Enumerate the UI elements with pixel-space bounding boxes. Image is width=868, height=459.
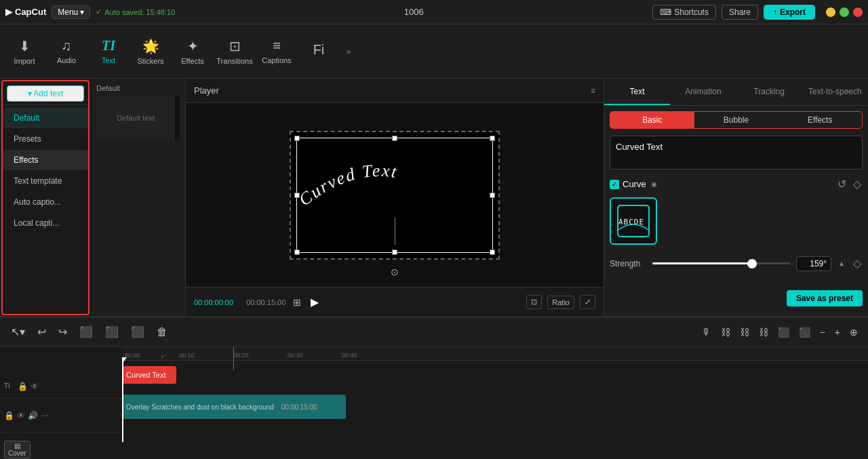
handle-bottom-left[interactable] [294,250,300,255]
sidebar-item-local-caption[interactable]: Local capti... [3,213,88,233]
cover-btn-inner: ▤ Cover [8,442,26,457]
tool-transitions[interactable]: ⊡ Transitions [214,28,255,75]
timeline: ↖▾ ↩ ↪ ⬛ ⬛ ⬛ 🗑 🎙 ⛓ ⛓ ⛓ ⬛ ⬛ − + ⊕ TI 🔒 👁 [0,317,868,459]
tl-right-tools: 🎙 ⛓ ⛓ ⛓ ⬛ ⬛ − + ⊕ [698,325,861,340]
lock-icon-text[interactable]: 🔒 [18,382,28,391]
text-clip-label: Curved Text [126,371,166,379]
sidebar-item-auto-caption[interactable]: Auto captio... [3,192,88,212]
handle-middle-right[interactable] [490,193,495,198]
save-preset-button[interactable]: Save as preset [787,290,863,306]
ratio-button[interactable]: Ratio [547,296,574,309]
captions-label: Captions [262,56,291,64]
tool-stickers[interactable]: 🌟 Stickers [130,28,171,75]
degree-stepper-up[interactable]: ▲ [837,258,846,268]
handle-top-right[interactable] [490,136,495,141]
handle-top-center[interactable] [392,136,397,141]
curve-checkbox-label[interactable]: ✓ Curve ◉ [610,179,657,189]
cover-button[interactable]: ▤ Cover [4,441,31,458]
eye-icon-text[interactable]: 👁 [31,382,39,391]
style-tab-effects[interactable]: Effects [778,112,862,128]
style-tab-basic[interactable]: Basic [610,112,694,128]
menu-label: Menu [58,7,78,17]
tool-captions[interactable]: ≡ Captions [256,28,297,75]
ruler-spacer [0,361,122,374]
strength-diamond-button[interactable]: ◇ [852,256,863,271]
grid-view-button[interactable]: ⊞ [291,295,303,310]
delete-button[interactable]: 🗑 [153,323,172,341]
slider-thumb[interactable] [747,259,757,268]
audio-icon-video[interactable]: 🔊 [28,411,38,420]
chain2-button[interactable]: ⛓ [736,325,753,340]
fullscreen-button[interactable]: ⤢ [580,295,595,309]
thumbnail-default[interactable]: Default text [96,96,180,140]
share-button[interactable]: Share [722,5,758,20]
video-clip[interactable]: Overlay Scratches and dust on black back… [122,395,346,419]
tool-import[interactable]: ⬇ Import [4,28,45,75]
topbar: ▶ CapCut Menu ▾ ✓ Auto saved: 15:48:10 1… [0,0,868,24]
select-tool-button[interactable]: ↖▾ [7,323,29,341]
lock-icon-video[interactable]: 🔒 [4,411,14,420]
menu-button[interactable]: Menu ▾ [52,5,90,19]
undo-button[interactable]: ↩ [33,323,50,341]
window-controls [826,7,863,17]
shortcuts-button[interactable]: ⌨ Shortcuts [652,5,716,20]
audio-icon: ♫ [62,38,72,54]
chain1-button[interactable]: ⛓ [717,325,734,340]
screenshot-button[interactable]: ⊡ [526,295,542,309]
window-maximize[interactable] [840,7,849,17]
toolbar-more-button[interactable]: » [340,28,357,75]
sidebar-item-default[interactable]: Default [3,108,88,128]
strength-slider[interactable] [652,257,791,271]
import-icon: ⬇ [19,38,31,54]
mic-button[interactable]: 🎙 [698,325,715,340]
playhead[interactable] [122,361,123,442]
cover-icon: ▤ [8,442,26,450]
window-minimize[interactable] [826,7,835,17]
tab-animation[interactable]: Animation [670,79,736,105]
handle-bottom-center[interactable] [392,250,397,255]
play-button[interactable]: ▶ [309,294,321,311]
rotate-handle[interactable]: ⊙ [391,266,399,277]
split1-button[interactable]: ⬛ [75,323,97,341]
eye-icon-video[interactable]: 👁 [17,411,25,420]
handle-middle-left[interactable] [294,193,300,198]
window-close[interactable] [853,7,863,17]
tool-fi[interactable]: Fi [298,28,339,75]
handle-top-left[interactable] [294,136,300,141]
zoom-minus-button[interactable]: − [816,325,829,340]
player-menu-icon[interactable]: ≡ [591,86,595,96]
import-label: Import [14,57,35,65]
sidebar-item-presets[interactable]: Presets [3,129,88,149]
chain3-button[interactable]: ⛓ [755,325,772,340]
tool-text[interactable]: TI Text [88,28,129,75]
sidebar-item-effects[interactable]: Effects [3,150,88,170]
curve-indicator: ◉ [651,180,657,188]
tl-ruler: 00:00 00:10 00:20 00:30 00:40 [122,347,868,361]
style-tab-bubble[interactable]: Bubble [694,112,778,128]
split4-button[interactable]: ⬛ [774,325,793,340]
add-text-button[interactable]: ▾ Add text [7,85,84,102]
tool-effects[interactable]: ✦ Effects [172,28,213,75]
export-label: Export [780,7,806,17]
split2-button[interactable]: ⬛ [101,323,123,341]
clock-button[interactable]: ⊕ [846,325,861,340]
split3-button[interactable]: ⬛ [127,323,149,341]
sidebar-item-text-template[interactable]: Text template [3,171,88,191]
timeline-body: TI 🔒 👁 🔒 👁 🔊 ⋯ ▤ Cover [0,347,868,459]
split5-button[interactable]: ⬛ [795,325,814,340]
player-area: Player ≡ Curved Text [186,79,604,317]
tab-tracking[interactable]: Tracking [736,79,802,105]
export-button[interactable]: ↑ Export [764,5,815,20]
curve-checkbox[interactable]: ✓ [610,180,619,189]
curve-diamond-button[interactable]: ◇ [852,176,863,192]
tab-tts[interactable]: Text-to-speech [802,79,868,105]
tab-text[interactable]: Text [604,79,670,105]
degree-input[interactable]: 159° [796,256,831,271]
redo-button[interactable]: ↪ [54,323,71,341]
curve-reset-button[interactable]: ↺ [836,176,848,192]
zoom-plus-button[interactable]: + [831,325,844,340]
text-input[interactable]: Curved Text [610,136,863,169]
more-icon-video[interactable]: ⋯ [41,411,49,420]
tool-audio[interactable]: ♫ Audio [46,28,87,75]
handle-bottom-right[interactable] [490,250,495,255]
